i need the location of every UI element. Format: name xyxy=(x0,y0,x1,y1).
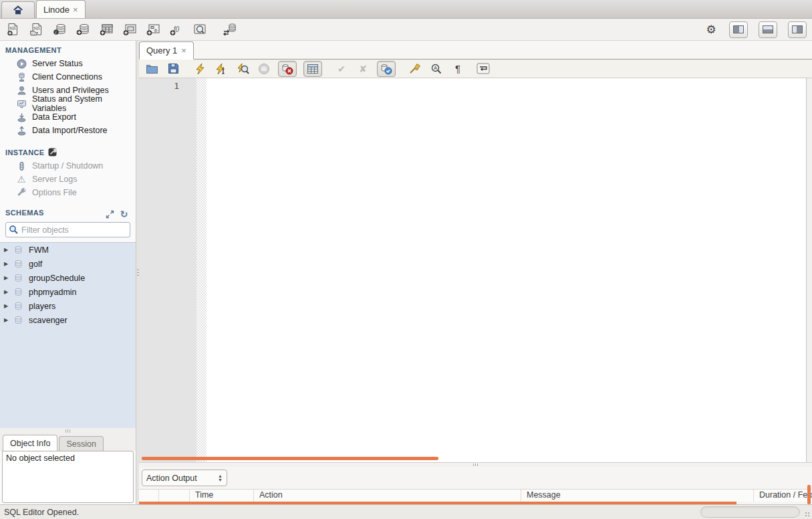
svg-text:A: A xyxy=(434,66,437,70)
sidebar-item-label: Startup / Shutdown xyxy=(32,161,103,171)
expander-icon[interactable]: ▶ xyxy=(4,303,11,309)
schema-item-players[interactable]: ▶ players xyxy=(0,299,136,313)
new-sql-tab-icon[interactable]: SQL xyxy=(5,22,20,37)
output-type-select[interactable]: Action Output ▲▼ xyxy=(142,470,227,486)
toggle-invisibles-icon[interactable]: ¶ xyxy=(450,62,465,76)
preferences-icon[interactable]: ⚙ xyxy=(704,22,718,37)
beautify-sql-icon[interactable] xyxy=(408,62,422,76)
toggle-bottom-panel-button[interactable] xyxy=(759,21,777,38)
create-view-icon[interactable] xyxy=(122,22,137,37)
toggle-word-wrap-icon[interactable] xyxy=(476,62,491,76)
sidebar-item-server-status[interactable]: Server Status xyxy=(0,57,136,70)
execute-current-statement-icon[interactable] xyxy=(214,62,229,76)
rollback-icon[interactable]: ✘ xyxy=(356,62,370,76)
search-icon xyxy=(9,225,19,235)
connection-tab-linode[interactable]: Linode × xyxy=(36,0,86,18)
close-query-tab-icon[interactable]: × xyxy=(181,45,186,56)
stop-query-icon[interactable] xyxy=(257,62,271,76)
column-time[interactable]: Time xyxy=(190,490,254,502)
column-status[interactable] xyxy=(139,490,159,502)
column-action[interactable]: Action xyxy=(254,490,521,502)
sidebar-item-startup-shutdown[interactable]: Startup / Shutdown xyxy=(0,159,136,173)
toggle-left-panel-button[interactable] xyxy=(729,21,748,38)
close-tab-icon[interactable]: × xyxy=(73,5,78,15)
sql-editor-area: Query 1 × xyxy=(139,41,812,504)
startup-shutdown-icon xyxy=(16,161,27,171)
schema-filter[interactable] xyxy=(5,222,130,237)
open-file-icon[interactable] xyxy=(144,62,159,76)
bottom-panel-icon xyxy=(763,25,773,33)
sidebar-item-system-variables[interactable]: Status and System Variables xyxy=(0,97,136,110)
info-panel-splitter[interactable] xyxy=(0,428,136,433)
toggle-stop-on-error-button[interactable] xyxy=(278,61,297,77)
schema-icon xyxy=(13,315,24,326)
create-procedure-icon[interactable] xyxy=(146,22,160,37)
find-icon[interactable]: A xyxy=(429,62,444,76)
instance-admin-icon xyxy=(48,148,57,157)
code-text-area[interactable] xyxy=(207,78,806,462)
expander-icon[interactable]: ▶ xyxy=(4,275,11,281)
sidebar-item-label: Server Logs xyxy=(32,175,77,184)
create-schema-icon[interactable] xyxy=(76,22,90,37)
create-function-icon[interactable]: f() xyxy=(169,22,184,37)
sidebar: MANAGEMENT Server Status Client Connecti… xyxy=(0,41,136,504)
column-message[interactable]: Message xyxy=(521,490,754,502)
schema-icon xyxy=(13,301,24,312)
schemas-section-header: SCHEMAS ↻ xyxy=(0,209,136,219)
data-import-icon xyxy=(16,125,27,136)
create-table-icon[interactable] xyxy=(99,22,114,37)
sidebar-item-options-file[interactable]: Options File xyxy=(0,186,136,199)
save-icon[interactable] xyxy=(166,62,180,76)
execute-icon[interactable] xyxy=(192,62,207,76)
schema-icon xyxy=(13,245,24,255)
schema-item-phpmyadmin[interactable]: ▶ phpmyadmin xyxy=(0,285,136,299)
column-index[interactable] xyxy=(159,490,190,502)
schema-item-golf[interactable]: ▶ golf xyxy=(0,257,136,271)
expander-icon[interactable]: ▶ xyxy=(4,247,11,253)
refresh-schemas-icon[interactable]: ↻ xyxy=(119,209,129,219)
home-tab[interactable] xyxy=(1,1,35,18)
schema-item-groupschedule[interactable]: ▶ groupSchedule xyxy=(0,271,136,285)
options-file-icon xyxy=(16,187,27,198)
commit-icon[interactable]: ✔ xyxy=(334,62,349,76)
users-icon xyxy=(16,85,27,96)
sidebar-item-data-import[interactable]: Data Import/Restore xyxy=(0,124,136,137)
schema-filter-input[interactable] xyxy=(21,225,129,235)
sidebar-item-client-connections[interactable]: Client Connections xyxy=(0,70,136,84)
toggle-right-panel-button[interactable] xyxy=(788,21,807,38)
reconnect-dbms-icon[interactable] xyxy=(223,22,237,37)
sql-editor-toolbar: ✔ ✘ A ¶ xyxy=(139,60,812,78)
expander-icon[interactable]: ▶ xyxy=(4,289,11,295)
expander-icon[interactable]: ▶ xyxy=(4,317,11,323)
tab-label: Session xyxy=(66,439,96,449)
open-sql-script-icon[interactable]: SQL xyxy=(29,22,43,37)
sidebar-item-label: Data Import/Restore xyxy=(32,126,108,135)
output-vertical-scrollbar[interactable] xyxy=(807,485,811,504)
editor-horizontal-scrollbar[interactable] xyxy=(142,457,438,460)
tab-session[interactable]: Session xyxy=(59,436,103,451)
explain-plan-icon[interactable] xyxy=(235,62,250,76)
schema-icon xyxy=(13,259,24,270)
query-tab[interactable]: Query 1 × xyxy=(139,41,194,60)
toggle-autocommit-button[interactable] xyxy=(377,61,396,77)
tab-object-info[interactable]: Object Info xyxy=(3,435,57,451)
inspect-database-icon[interactable]: i xyxy=(52,22,67,37)
output-splitter[interactable] xyxy=(139,462,812,467)
object-info-panel: No object selected xyxy=(2,451,134,503)
sidebar-item-data-export[interactable]: Data Export xyxy=(0,110,136,124)
column-duration-fetch[interactable]: Duration / Fetch xyxy=(754,490,812,502)
sidebar-item-server-logs[interactable]: ⚠ Server Logs xyxy=(0,173,136,186)
sql-code-editor[interactable]: 1 xyxy=(139,78,812,462)
output-table-header: Time Action Message Duration / Fetch xyxy=(139,489,812,502)
editor-vertical-scrollbar[interactable] xyxy=(806,78,812,462)
schema-item-fwm[interactable]: ▶ FWM xyxy=(0,243,136,257)
schema-label: players xyxy=(29,302,55,311)
schemas-title-label: SCHEMAS xyxy=(5,209,44,217)
schema-item-scavenger[interactable]: ▶ scavenger xyxy=(0,313,136,327)
resize-grip-icon[interactable] xyxy=(805,512,811,518)
expander-icon[interactable]: ▶ xyxy=(4,261,11,267)
output-panel: Action Output ▲▼ Time Action Message Dur… xyxy=(139,467,812,504)
search-table-data-icon[interactable] xyxy=(192,22,207,37)
toggle-limit-rows-button[interactable] xyxy=(303,61,322,77)
expand-schemas-icon[interactable] xyxy=(105,209,115,219)
